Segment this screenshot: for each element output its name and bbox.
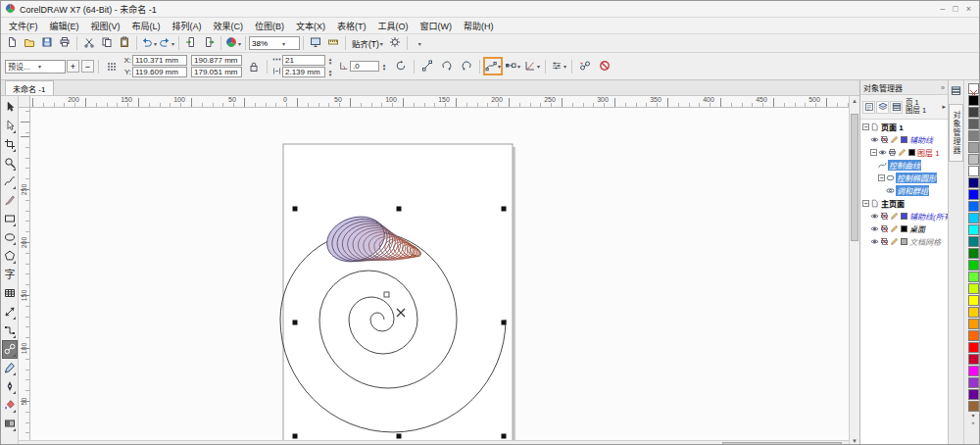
- palette-color[interactable]: [968, 401, 979, 412]
- paste-button[interactable]: [116, 35, 133, 52]
- expand-toggle[interactable]: −: [862, 200, 869, 207]
- menu-12[interactable]: 帮助(H): [458, 19, 500, 33]
- table-tool[interactable]: [2, 284, 18, 303]
- open-document-button[interactable]: [21, 35, 38, 52]
- scroll-down-arrow[interactable]: ▼: [850, 436, 859, 445]
- fill-tool[interactable]: [2, 396, 18, 415]
- palette-color[interactable]: [968, 166, 979, 176]
- palette-color[interactable]: [968, 283, 979, 294]
- blend-direction-input[interactable]: [350, 61, 379, 72]
- drawing-canvas[interactable]: 2001501005005010015020025030035040045050…: [19, 96, 849, 440]
- horizontal-scrollbar[interactable]: [19, 440, 849, 445]
- horizontal-ruler[interactable]: 2001501005005010015020025030035040045050…: [30, 96, 849, 108]
- palette-color[interactable]: [968, 189, 979, 200]
- copy-button[interactable]: [98, 35, 116, 52]
- layer-row[interactable]: 桌面: [860, 222, 948, 235]
- start-and-end-properties-button[interactable]: ▾: [503, 57, 522, 75]
- visibility-icon[interactable]: [870, 237, 879, 246]
- palette-color[interactable]: [968, 213, 979, 223]
- counterclockwise-blend-button[interactable]: [457, 57, 476, 75]
- freehand-tool[interactable]: [2, 173, 18, 191]
- edit-icon[interactable]: [890, 135, 899, 144]
- artistic-media-tool[interactable]: [2, 191, 18, 210]
- menu-5[interactable]: 排列(A): [167, 19, 208, 33]
- vertical-ruler[interactable]: 25020015010050: [19, 108, 30, 440]
- pick-tool[interactable]: [2, 98, 18, 117]
- object-and-color-acceleration-button[interactable]: ▾: [522, 57, 542, 75]
- redo-button[interactable]: ▾: [158, 35, 175, 52]
- object-origin-grid[interactable]: [102, 57, 122, 75]
- palette-color[interactable]: [968, 248, 979, 259]
- interactive-fill-tool[interactable]: [2, 415, 18, 433]
- object-row[interactable]: 调和群组: [860, 184, 948, 197]
- palette-color[interactable]: [968, 389, 979, 400]
- preset-combo[interactable]: 预设... ▾: [5, 60, 66, 74]
- object-manager-tab[interactable]: 对象管理器: [949, 104, 963, 162]
- polygon-tool[interactable]: [2, 247, 18, 266]
- path-properties-button[interactable]: ▾: [483, 57, 503, 75]
- palette-color[interactable]: [968, 154, 979, 165]
- visibility-icon[interactable]: [870, 224, 879, 233]
- maximize-button[interactable]: □: [953, 4, 957, 14]
- palette-color[interactable]: [968, 236, 979, 247]
- scroll-up-arrow[interactable]: ▲: [850, 96, 859, 106]
- layer-manager-view-button[interactable]: [890, 101, 903, 114]
- print-icon[interactable]: [880, 224, 889, 233]
- layer-row[interactable]: −图层 1: [860, 146, 948, 159]
- object-row[interactable]: −控制椭圆形: [860, 172, 948, 184]
- palette-color[interactable]: [968, 366, 979, 376]
- print-document-button[interactable]: [56, 35, 74, 52]
- print-icon[interactable]: [888, 148, 897, 157]
- outline-pen-tool[interactable]: [2, 377, 18, 396]
- print-icon[interactable]: [880, 237, 889, 246]
- edit-across-layers-button[interactable]: [876, 101, 889, 114]
- undo-button[interactable]: ▾: [140, 35, 158, 52]
- x-position-input[interactable]: [132, 55, 187, 66]
- rectangle-tool[interactable]: [2, 210, 18, 228]
- palette-color[interactable]: [968, 224, 979, 235]
- menu-11[interactable]: 窗口(W): [415, 19, 459, 33]
- visibility-icon[interactable]: [870, 135, 879, 144]
- y-position-input[interactable]: [132, 67, 187, 77]
- edit-icon[interactable]: [890, 224, 899, 233]
- edit-icon[interactable]: [890, 212, 899, 221]
- object-height-input[interactable]: [191, 67, 242, 77]
- expand-toggle[interactable]: −: [870, 149, 877, 156]
- palette-color[interactable]: [968, 142, 979, 153]
- ruler-origin-corner[interactable]: [19, 96, 30, 108]
- palette-color[interactable]: [968, 201, 979, 212]
- copy-blend-properties-button[interactable]: [575, 57, 595, 75]
- visibility-icon[interactable]: [878, 148, 887, 157]
- palette-color[interactable]: [968, 330, 979, 341]
- expand-toggle[interactable]: −: [878, 174, 885, 181]
- rotate-all-blend-button[interactable]: [391, 57, 411, 75]
- add-preset-button[interactable]: +: [67, 60, 79, 73]
- palette-color[interactable]: [968, 295, 979, 306]
- docker-collapse-button[interactable]: »: [941, 84, 945, 91]
- show-rulers-button[interactable]: [324, 35, 342, 52]
- palette-color[interactable]: [968, 95, 979, 106]
- palette-color[interactable]: [968, 260, 979, 271]
- palette-color[interactable]: [968, 107, 979, 118]
- more-blend-options-button[interactable]: ▾: [549, 57, 568, 75]
- page-row[interactable]: −页面 1: [860, 121, 948, 133]
- no-color-swatch[interactable]: [968, 83, 979, 94]
- print-icon[interactable]: [880, 135, 889, 144]
- blend-steps-input[interactable]: [282, 55, 325, 66]
- menu-1[interactable]: 文件(F): [3, 19, 44, 33]
- welcome-screen-button[interactable]: ▾: [224, 35, 242, 52]
- steps-spinner[interactable]: ▴▾: [326, 57, 334, 65]
- menu-3[interactable]: 视图(V): [85, 19, 126, 33]
- direct-blend-button[interactable]: [417, 57, 437, 75]
- full-screen-preview-button[interactable]: [307, 35, 324, 52]
- shape-tool[interactable]: [2, 117, 18, 135]
- ellipse-tool[interactable]: [2, 228, 18, 247]
- blend-tool[interactable]: [2, 340, 18, 359]
- visibility-icon[interactable]: [870, 212, 879, 221]
- palette-flyout[interactable]: »: [971, 420, 974, 426]
- text-tool[interactable]: 字: [2, 266, 18, 284]
- palette-color[interactable]: [968, 272, 979, 282]
- palette-color[interactable]: [968, 342, 979, 353]
- palette-color[interactable]: [968, 377, 979, 388]
- palette-color[interactable]: [968, 177, 979, 188]
